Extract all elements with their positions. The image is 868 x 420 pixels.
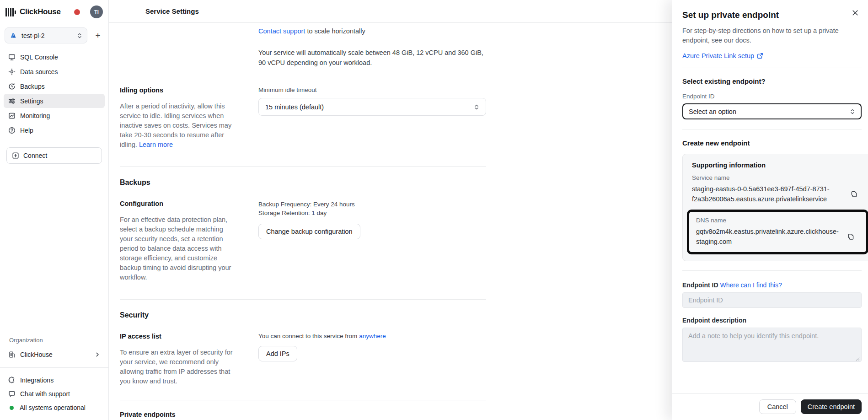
connect-label: Connect [23,152,47,159]
close-icon[interactable] [852,9,859,16]
existing-endpoint-select[interactable]: Select an option [682,103,862,119]
backups-history-icon [8,83,16,90]
sidebar-item-sql-console[interactable]: SQL Console [4,50,105,64]
clickhouse-logo-icon [5,7,16,17]
recording-dot-icon [74,9,80,15]
learn-more-link[interactable]: Learn more [139,141,173,148]
monitoring-chart-icon [8,112,16,119]
security-section-title: Security [120,311,486,319]
where-can-i-find-this-link[interactable]: Where can I find this? [720,281,782,289]
settings-sliders-icon [8,97,16,105]
setup-private-endpoint-panel: Set up private endpoint For step-by-step… [672,0,868,420]
dns-name-label: DNS name [696,217,862,224]
status-label: All systems operational [20,404,86,411]
endpoint-id-label: Endpoint ID [682,281,720,289]
section-divider [120,166,486,167]
backup-frequency-value: Backup Frequency: Every 24 hours [258,200,486,209]
service-name-value: staging-eastus-0-0.5a631ee3-697f-45d7-87… [692,184,845,204]
change-backup-configuration-button[interactable]: Change backup configuration [258,224,360,239]
anywhere-link[interactable]: anywhere [359,333,386,339]
sidebar-item-label: Integrations [20,377,54,384]
existing-endpoint-id-label: Endpoint ID [682,93,862,100]
chat-bubble-icon [8,390,16,398]
panel-divider [682,129,862,129]
service-name: test-pl-2 [21,32,72,39]
sidebar-item-label: Monitoring [20,112,50,119]
copy-icon[interactable] [850,190,858,198]
endpoint-description-textarea[interactable] [682,328,862,362]
select-existing-endpoint-title: Select existing endpoint? [682,77,862,85]
contact-support-link[interactable]: Contact support [258,27,305,35]
panel-description: For step-by-step directions on how to se… [682,26,843,45]
connect-from-text: You can connect to this service from [258,333,359,339]
sidebar-item-chat-support[interactable]: Chat with support [4,387,105,401]
sidebar-item-label: SQL Console [20,54,58,61]
sidebar-item-help[interactable]: Help [4,123,105,137]
idle-timeout-label: Minimum idle timeout [258,86,486,93]
dns-name-value: gqtv8o2m4k.eastus.privatelink.azure.clic… [696,226,841,247]
supporting-information-card: Supporting information Service name stag… [682,154,868,261]
backups-section-title: Backups [120,178,486,187]
row-divider [258,41,487,41]
main-header: Service Settings [109,0,672,23]
service-selector[interactable]: test-pl-2 [5,27,87,43]
sidebar-item-backups[interactable]: Backups [4,79,105,93]
section-divider [120,299,486,300]
endpoint-id-input[interactable] [682,292,862,308]
backup-description: For an effective data protection plan, s… [120,215,234,282]
sidebar-item-label: Data sources [20,68,58,75]
help-question-icon [8,127,16,134]
chevron-right-icon [95,352,100,357]
panel-divider [682,68,862,68]
sidebar-item-label: Settings [20,97,43,105]
ip-access-description: To ensure an extra layer of security for… [120,348,234,386]
panel-footer: Cancel Create endpoint [672,393,868,420]
backup-configuration-title: Configuration [120,200,234,207]
add-ips-button[interactable]: Add IPs [258,346,297,361]
status-green-dot-icon [10,406,14,410]
system-status[interactable]: All systems operational [4,401,105,415]
connect-button[interactable]: Connect [6,147,102,164]
data-sources-icon [8,68,16,75]
sidebar-item-settings[interactable]: Settings [4,94,105,108]
scale-horizontally-text: to scale horizontally [305,27,365,35]
plug-icon [12,152,19,159]
external-link-icon [757,53,763,59]
panel-title: Set up private endpoint [682,10,862,20]
service-name-label: Service name [692,174,864,181]
azure-icon [10,32,17,39]
copy-icon[interactable] [847,233,855,241]
organization-switcher[interactable]: ClickHouse [4,347,105,362]
idle-timeout-select[interactable]: 15 minutes (default) [258,98,486,116]
user-avatar[interactable]: TI [90,5,103,18]
sidebar-item-data-sources[interactable]: Data sources [4,65,105,79]
sidebar-item-monitoring[interactable]: Monitoring [4,108,105,123]
ip-access-list-title: IP access list [120,333,234,340]
building-icon [8,351,16,358]
puzzle-icon [8,377,16,384]
autoscale-description: Your service will automatically scale be… [258,48,487,68]
sidebar-item-label: Backups [20,83,45,90]
add-service-button[interactable]: + [93,31,103,41]
sidebar-item-integrations[interactable]: Integrations [4,373,105,387]
idle-timeout-value: 15 minutes (default) [265,103,474,111]
azure-private-link-setup-link[interactable]: Azure Private Link setup [682,52,754,59]
cancel-button[interactable]: Cancel [759,399,796,414]
organization-heading: Organization [9,337,99,344]
chevron-updown-icon [77,32,82,39]
chevron-updown-icon [850,108,855,115]
brand-name: ClickHouse [20,7,61,16]
panel-divider [682,270,862,271]
create-new-endpoint-title: Create new endpoint [682,139,862,147]
sql-console-icon [8,54,16,61]
create-endpoint-button[interactable]: Create endpoint [801,399,862,414]
private-endpoints-title: Private endpoints [120,411,234,418]
sidebar-item-label: Help [20,127,33,134]
sidebar-divider [0,367,108,368]
idling-description: After a period of inactivity, allow this… [120,102,234,150]
main-content: Service Settings Contact support to scal… [109,0,672,420]
dns-name-highlight-box: DNS name gqtv8o2m4k.eastus.privatelink.a… [687,210,868,254]
organization-name: ClickHouse [20,351,53,358]
endpoint-description-label: Endpoint description [682,317,862,324]
chevron-updown-icon [474,104,479,110]
